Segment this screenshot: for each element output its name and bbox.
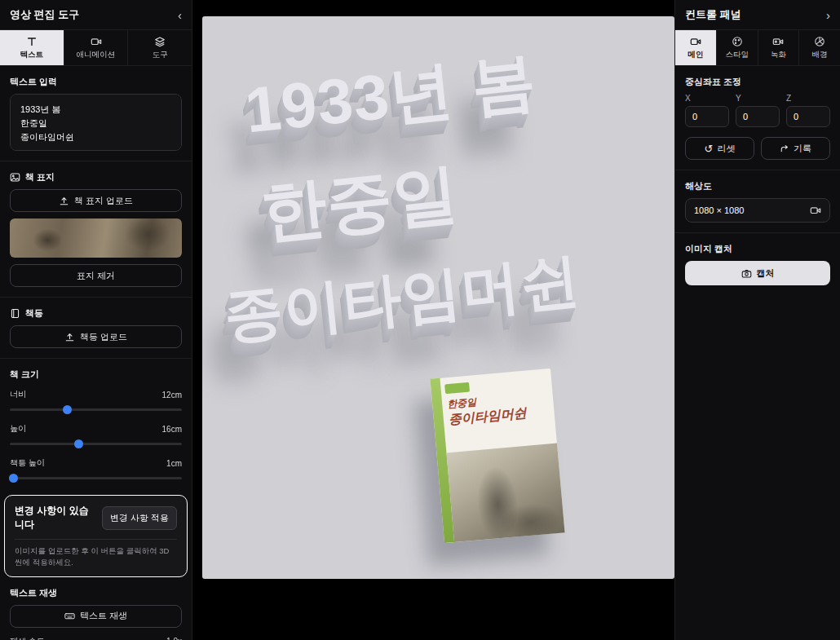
- tab-background-label: 배경: [812, 50, 828, 60]
- palette-icon: [732, 36, 743, 47]
- tab-tools-label: 도구: [153, 50, 168, 60]
- speed-label: 재생 속도: [10, 636, 45, 640]
- coord-y-input[interactable]: [736, 106, 780, 127]
- divider: [0, 358, 192, 359]
- apply-changes-button[interactable]: 변경 사항 적용: [102, 506, 177, 530]
- coord-x-input[interactable]: [685, 106, 729, 127]
- layers-icon: [154, 36, 166, 47]
- width-slider-handle[interactable]: [63, 405, 72, 414]
- text-input-textarea[interactable]: 1933년 봄 한중일 종이타임머쉰: [10, 94, 182, 151]
- book-cover-label: 책 표지: [10, 171, 182, 183]
- keyboard-icon: [64, 611, 75, 621]
- book-spine-upload-label: 책등 업로드: [80, 331, 127, 343]
- tab-tools[interactable]: 도구: [128, 30, 192, 65]
- text-playback-button[interactable]: 텍스트 재생: [10, 605, 182, 628]
- resolution-field[interactable]: 1080 × 1080: [685, 198, 830, 223]
- tab-animation-label: 애니메이션: [77, 50, 116, 60]
- speed-value: 1.0x: [166, 637, 182, 640]
- spine-height-label: 책등 높이: [10, 457, 45, 469]
- scene-text-line-2: 한중일: [257, 150, 463, 258]
- slider-track: [10, 443, 182, 445]
- book-cover-upload-label: 책 표지 업로드: [74, 195, 133, 207]
- book-cover-label-text: 책 표지: [25, 171, 55, 183]
- image-capture-label: 이미지 캡처: [685, 243, 830, 255]
- height-row: 높이 16cm: [10, 423, 182, 435]
- book-size-label: 책 크기: [10, 369, 182, 381]
- record-coords-button[interactable]: 기록: [761, 137, 830, 160]
- collapse-left-icon[interactable]: ‹: [178, 9, 182, 21]
- spine-height-slider-handle[interactable]: [9, 474, 18, 483]
- text-input-label: 텍스트 입력: [10, 76, 182, 88]
- upload-icon: [59, 196, 69, 206]
- text-playback-button-label: 텍스트 재생: [80, 610, 127, 622]
- coord-z-label: Z: [786, 94, 830, 103]
- divider: [0, 297, 192, 298]
- tab-style[interactable]: 스타일: [717, 30, 758, 65]
- width-row: 너비 12cm: [10, 389, 182, 400]
- tab-style-label: 스타일: [725, 50, 749, 60]
- spine-height-value: 1cm: [166, 459, 182, 468]
- divider: [675, 232, 840, 233]
- changes-card-description: 이미지를 업로드한 후 이 버튼을 클릭하여 3D 씬에 적용하세요.: [15, 545, 177, 568]
- scene-canvas[interactable]: 1933년 봄 한중일 종이타임머쉰 한중일 종이타임머쉰: [202, 16, 674, 579]
- tab-record[interactable]: 녹화: [758, 30, 800, 65]
- divider: [675, 170, 840, 170]
- coord-x-label: X: [685, 94, 729, 103]
- height-slider[interactable]: [10, 439, 182, 449]
- book-badge: [444, 382, 470, 395]
- capture-button-label: 캡처: [757, 267, 775, 280]
- video-camera-icon: [91, 36, 102, 47]
- width-slider[interactable]: [10, 404, 182, 415]
- height-label: 높이: [10, 423, 26, 435]
- book-cover-3d: 한중일 종이타임머쉰: [430, 369, 564, 543]
- tab-text[interactable]: 텍스트: [0, 30, 64, 65]
- tab-record-label: 녹화: [771, 50, 786, 60]
- tab-animation[interactable]: 애니메이션: [64, 30, 129, 65]
- camera-icon: [741, 268, 752, 279]
- right-sidebar: 컨트롤 패널 › 메인 스타일 녹화 배경 중심좌표 조정 X Y: [674, 0, 840, 640]
- reset-icon: ↺: [705, 143, 714, 154]
- book-cover-photo: [446, 444, 564, 542]
- book-cover-upload-button[interactable]: 책 표지 업로드: [10, 189, 182, 212]
- tab-main-label: 메인: [687, 50, 703, 60]
- book-title: 한중일 종이타임머쉰: [447, 390, 551, 427]
- text-icon: [26, 36, 38, 47]
- divider: [0, 161, 192, 161]
- left-sidebar: 영상 편집 도구 ‹ 텍스트 애니메이션 도구 텍스트 입력 1933년 봄 한…: [0, 0, 192, 640]
- right-panel-title: 컨트롤 패널: [685, 7, 741, 22]
- left-tab-bar: 텍스트 애니메이션 도구: [0, 30, 192, 66]
- slider-track: [10, 408, 182, 411]
- spine-height-slider[interactable]: [10, 473, 182, 483]
- tab-background[interactable]: 배경: [799, 30, 840, 65]
- coord-z-input[interactable]: [786, 106, 830, 127]
- reset-button[interactable]: ↺ 리셋: [685, 137, 754, 160]
- capture-button[interactable]: 캡처: [685, 261, 830, 285]
- height-slider-handle[interactable]: [74, 439, 83, 448]
- book-spine-upload-button[interactable]: 책등 업로드: [10, 325, 182, 348]
- coord-buttons: ↺ 리셋 기록: [685, 137, 830, 160]
- collapse-right-icon[interactable]: ›: [826, 9, 830, 21]
- tab-text-label: 텍스트: [20, 50, 44, 60]
- changes-card: 변경 사항이 있습니다 변경 사항 적용 이미지를 업로드한 후 이 버튼을 클…: [4, 495, 188, 577]
- book-icon: [10, 308, 20, 319]
- resolution-value: 1080 × 1080: [694, 205, 744, 215]
- coord-grid: X Y Z: [685, 94, 830, 127]
- book-cover-thumbnail[interactable]: [10, 218, 182, 258]
- tab-main[interactable]: 메인: [675, 30, 717, 65]
- book-cover-remove-button[interactable]: 표지 제거: [10, 264, 182, 287]
- divider: [15, 539, 177, 540]
- video-camera-icon: [690, 36, 701, 47]
- record-camera-icon: [772, 36, 784, 47]
- book-spine-label-text: 책등: [25, 307, 43, 320]
- scene-text-line-1: 1933년 봄: [241, 39, 540, 155]
- height-value: 16cm: [162, 425, 182, 434]
- scene-text-line-3: 종이타임머쉰: [220, 241, 584, 355]
- slider-track: [10, 477, 182, 479]
- video-camera-icon: [810, 205, 821, 216]
- width-value: 12cm: [162, 391, 182, 399]
- right-panel-header: 컨트롤 패널 ›: [675, 0, 840, 30]
- book-cover-remove-label: 표지 제거: [77, 270, 115, 282]
- spine-height-row: 책등 높이 1cm: [10, 457, 182, 469]
- text-playback-label: 텍스트 재생: [10, 587, 182, 599]
- resolution-label: 해상도: [685, 180, 830, 192]
